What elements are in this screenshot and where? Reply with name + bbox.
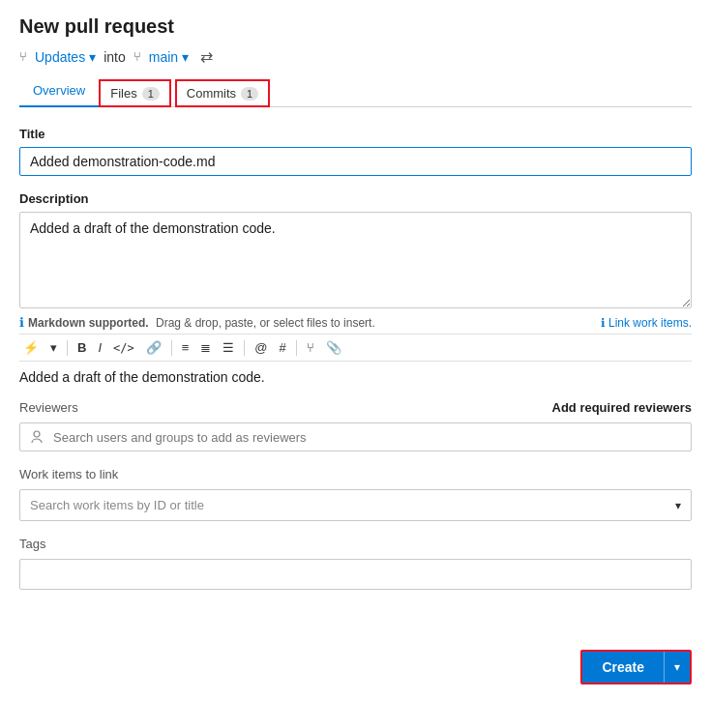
create-button-group: Create ▾: [580, 650, 692, 684]
add-reviewers-link[interactable]: Add required reviewers: [552, 400, 693, 415]
toolbar-bold-button[interactable]: B: [74, 338, 90, 357]
title-section: Title: [19, 127, 692, 176]
info-circle-icon: ℹ: [19, 315, 24, 330]
reviewers-label: Reviewers: [19, 400, 78, 415]
create-button[interactable]: Create: [582, 652, 664, 683]
tab-commits-badge: 1: [241, 87, 258, 101]
link-work-items-link[interactable]: ℹ Link work items.: [601, 316, 692, 330]
chevron-down-icon: ▾: [675, 499, 681, 512]
toolbar-sep-2: [171, 340, 172, 356]
tab-commits[interactable]: Commits 1: [175, 79, 270, 107]
toolbar-sep-3: [244, 340, 245, 356]
swap-icon: ⇄: [200, 47, 213, 66]
toolbar-italic-button[interactable]: I: [94, 338, 105, 357]
target-branch-icon: ⑂: [133, 49, 141, 64]
target-branch-label: main: [149, 49, 178, 65]
heading-icon: #: [280, 340, 286, 355]
description-label: Description: [19, 191, 692, 206]
unordered-list-icon: ≣: [200, 340, 211, 355]
toolbar-unordered-list-button[interactable]: ≣: [196, 338, 215, 357]
mention-icon: @: [254, 340, 267, 355]
reviewers-header: Reviewers Add required reviewers: [19, 400, 692, 415]
source-branch-chevron: ▾: [89, 49, 96, 65]
work-items-section: Work items to link Search work items by …: [19, 467, 692, 521]
markdown-left: ℹ Markdown supported. Drag & drop, paste…: [19, 315, 375, 330]
tab-files[interactable]: Files 1: [99, 79, 171, 107]
main-content: Title Description Added a draft of the d…: [0, 107, 711, 640]
description-toolbar: ⚡ ▾ B I </> 🔗: [19, 334, 692, 362]
tags-section: Tags: [19, 537, 692, 605]
ordered-list-icon: ≡: [182, 340, 190, 355]
drag-drop-text: Drag & drop, paste, or select files to i…: [156, 316, 375, 330]
lightning-icon: ⚡: [23, 340, 39, 355]
markdown-hint-text: Markdown supported. Drag & drop, paste, …: [28, 316, 375, 330]
tabs-row: Overview Files 1 Commits 1: [19, 75, 692, 107]
source-branch-icon: ⑂: [19, 49, 27, 64]
description-textarea[interactable]: Added a draft of the demonstration code.: [19, 212, 692, 308]
tags-input[interactable]: [19, 559, 692, 590]
link-work-items-text: Link work items.: [608, 316, 692, 330]
source-branch-label: Updates: [35, 49, 85, 65]
bold-icon: B: [77, 340, 86, 355]
info-circle-link-icon: ℹ: [601, 316, 606, 330]
toolbar-sep-4: [296, 340, 297, 356]
chevron-down-small-icon: ▾: [50, 340, 57, 355]
work-items-placeholder: Search work items by ID or title: [30, 498, 204, 512]
markdown-supported-text: Markdown supported.: [28, 316, 149, 330]
title-label: Title: [19, 127, 692, 141]
toolbar-chevron-button[interactable]: ▾: [46, 338, 61, 357]
tab-overview[interactable]: Overview: [19, 75, 99, 107]
work-items-label: Work items to link: [19, 467, 692, 481]
tab-overview-label: Overview: [33, 83, 85, 98]
code-icon: </>: [113, 341, 134, 355]
target-branch-button[interactable]: main ▾: [149, 49, 189, 65]
toolbar-lightning-button[interactable]: ⚡: [19, 338, 43, 357]
target-branch-chevron: ▾: [182, 49, 189, 65]
tags-label: Tags: [19, 537, 692, 551]
branch-row: ⑂ Updates ▾ into ⑂ main ▾ ⇄: [19, 47, 692, 66]
footer-row: Create ▾: [0, 640, 711, 694]
reviewers-search-wrapper: [19, 422, 692, 451]
toolbar-ordered-list-button[interactable]: ≡: [178, 338, 193, 357]
page-title: New pull request: [19, 15, 692, 38]
svg-point-0: [34, 431, 40, 437]
toolbar-attachment-button[interactable]: 📎: [322, 338, 345, 357]
source-branch-button[interactable]: Updates ▾: [35, 49, 96, 65]
page-wrapper: New pull request ⑂ Updates ▾ into ⑂ main…: [0, 0, 711, 728]
task-list-icon: ☰: [222, 340, 234, 355]
toolbar-pr-button[interactable]: ⑂: [303, 338, 318, 357]
create-dropdown-button[interactable]: ▾: [664, 652, 690, 683]
toolbar-mention-button[interactable]: @: [251, 338, 271, 357]
toolbar-link-button[interactable]: 🔗: [142, 338, 165, 357]
toolbar-code-button[interactable]: </>: [109, 339, 138, 357]
pr-icon: ⑂: [307, 340, 314, 355]
reviewers-section: Reviewers Add required reviewers: [19, 400, 692, 451]
tab-commits-label: Commits: [187, 86, 236, 101]
reviewers-search-input[interactable]: [53, 430, 681, 445]
toolbar-sep-1: [67, 340, 68, 356]
tab-files-badge: 1: [142, 87, 160, 101]
page-header: New pull request ⑂ Updates ▾ into ⑂ main…: [0, 0, 711, 107]
create-dropdown-chevron: ▾: [674, 660, 680, 674]
link-icon: 🔗: [146, 340, 162, 355]
title-input[interactable]: [19, 147, 692, 176]
markdown-hint-row: ℹ Markdown supported. Drag & drop, paste…: [19, 315, 692, 330]
description-preview: Added a draft of the demonstration code.: [19, 369, 692, 385]
description-section: Description Added a draft of the demonst…: [19, 191, 692, 385]
italic-icon: I: [98, 340, 102, 355]
tab-files-label: Files: [110, 86, 136, 101]
toolbar-heading-button[interactable]: #: [276, 338, 290, 357]
work-items-dropdown[interactable]: Search work items by ID or title ▾: [19, 489, 692, 521]
into-text: into: [104, 49, 126, 65]
attachment-icon: 📎: [326, 340, 341, 355]
toolbar-task-list-button[interactable]: ☰: [219, 338, 238, 357]
person-search-icon: [30, 429, 45, 445]
